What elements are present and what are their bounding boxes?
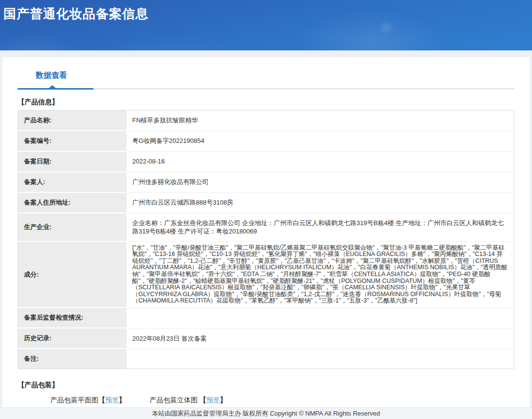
tab-active-underline [18,88,93,90]
row-value [127,307,514,328]
row-label: 生产企业: [18,213,127,241]
packaging-3d-item: 产品包装立体图 【预览】 [150,396,227,405]
row-value: 2022年08月23日 首次备案 [127,328,514,349]
table-row-filing-number: 备案编号: 粤G妆网备字2022190854 [18,131,514,151]
table-row-ingredients: 成分: ["水"，"甘油"，"辛酸/癸酸甘油三酯"，"聚二甲基硅氧烷/乙烯基聚二… [18,241,514,307]
bracket-open: 【 [98,396,105,404]
row-value: 企业名称：广东金丝燕化妆品有限公司 企业地址：广州市白云区人和镇鹤龙七路319号… [127,213,514,241]
row-value: 粤G妆网备字2022190854 [127,131,514,151]
bracket-open: 【 [200,396,206,404]
row-label: 产品名称: [18,111,127,131]
row-value: 2022-08-16 [127,151,514,172]
row-label: 历史记录: [18,328,127,349]
packaging-links-row: 产品包装平面图【预览】 产品包装立体图 【预览】 [18,396,514,405]
row-label: 备案人: [18,172,127,192]
row-label: 备注: [18,349,127,369]
row-label: 备案后监督检查情况: [18,307,127,328]
table-row-history: 历史记录: 2022年08月23日 首次备案 [18,328,514,349]
packaging-3d-preview-link[interactable]: 预览 [206,396,220,404]
product-info-table: 产品名称: FN植萃多肽抗皱眼精华 备案编号: 粤G妆网备字2022190854… [18,110,514,369]
table-row-manufacturer: 生产企业: 企业名称：广东金丝燕化妆品有限公司 企业地址：广州市白云区人和镇鹤龙… [18,213,514,241]
row-label: 备案人住所地址: [18,192,127,213]
copyright-text: 本站由国家药品监督管理局主办 版权所有 Copyright © NMPA All… [152,410,380,417]
page-header: 国产普通化妆品备案信息 [0,0,532,50]
row-value: ["水"，"甘油"，"辛酸/癸酸甘油三酯"，"聚二甲基硅氧烷/乙烯基聚二甲基硅氧… [127,241,514,307]
table-row-remarks: 备注: [18,349,514,369]
product-info-section-title: 【产品信息】 [18,98,514,107]
row-value: 广州佳多丽化妆品有限公司 [127,172,514,192]
tab-divider [18,88,514,90]
table-row-registrant: 备案人: 广州佳多丽化妆品有限公司 [18,172,514,192]
packaging-flat-item: 产品包装平面图【预览】 [50,396,126,405]
bracket-close: 】 [119,396,126,404]
table-row-supervision-check: 备案后监督检查情况: [18,307,514,328]
packaging-flat-preview-link[interactable]: 预览 [105,396,119,404]
table-row-registrant-address: 备案人住所地址: 广州市白云区云城西路888号3108房 [18,192,514,213]
row-value: FN植萃多肽抗皱眼精华 [127,111,514,131]
row-label: 成分: [18,241,127,307]
packaging-flat-label: 产品包装平面图 [50,396,98,404]
table-row-filing-date: 备案日期: 2022-08-16 [18,151,514,172]
row-label: 备案编号: [18,131,127,151]
row-value [127,349,514,369]
tab-caret-icon [49,85,56,88]
packaging-section-title: 【产品包装】 [18,381,514,390]
page-title: 国产普通化妆品备案信息 [3,5,532,23]
row-value: 广州市白云区云城西路888号3108房 [127,192,514,213]
row-label: 备案日期: [18,151,127,172]
page-footer: 本站由国家药品监督管理局主办 版权所有 Copyright © NMPA All… [0,407,532,419]
packaging-3d-label: 产品包装立体图 [150,396,198,404]
content-card: 数据查看 【产品信息】 产品名称: FN植萃多肽抗皱眼精华 备案编号: 粤G妆网… [2,57,530,407]
bracket-close: 】 [220,396,227,404]
tab-bar: 数据查看 [18,70,514,90]
table-row-product-name: 产品名称: FN植萃多肽抗皱眼精华 [18,111,514,131]
tab-data-view[interactable]: 数据查看 [36,70,67,81]
